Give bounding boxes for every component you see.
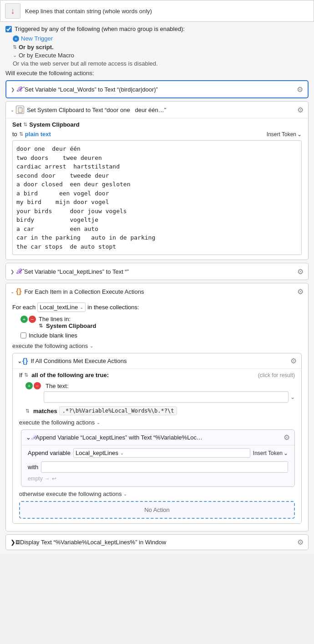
condition-item-1: + − The text: %Variable%Local_textLine% … bbox=[25, 382, 295, 403]
set-variable-1-header: ❯ 𝒳 Set Variable “Local_Words” to Text “… bbox=[6, 81, 308, 97]
updown-icon-6: ⇅ bbox=[25, 408, 30, 414]
to-left: to ⇅ plain text bbox=[12, 131, 51, 138]
gear-icon-3[interactable]: ⚙ bbox=[297, 267, 304, 276]
set-variable-2-header: ❯ 𝒳 Set Variable “Local_keptLines” to Te… bbox=[6, 263, 308, 280]
curly-brace-icon: {} bbox=[16, 287, 21, 296]
system-clipboard-label: System Clipboard bbox=[29, 121, 80, 128]
add-remove-btns: + − bbox=[20, 316, 36, 323]
condition-block: ⌄ {} If All Conditions Met Execute Actio… bbox=[12, 353, 302, 524]
otherwise-label: otherwise execute the following actions bbox=[19, 491, 122, 497]
gear-icon-5[interactable]: ⚙ bbox=[290, 357, 297, 365]
collapse-toggle-2[interactable]: ⌄ bbox=[10, 107, 14, 112]
trigger-script: ⇅ Or by script. bbox=[13, 44, 309, 51]
trigger-row: Triggered by any of the following (when … bbox=[5, 26, 309, 32]
display-text-block: ❯ 🖼 Display Text “%Variable%Local_keptLi… bbox=[5, 534, 309, 550]
add-item-btn[interactable]: + bbox=[20, 316, 28, 323]
dropdown-arrow-2[interactable]: ⌄ bbox=[290, 394, 295, 400]
append-variable-label: Append variable bbox=[28, 450, 71, 456]
collapse-toggle-1[interactable]: ❯ bbox=[11, 87, 15, 92]
execute-row-outer: execute the following actions ⌄ bbox=[12, 342, 302, 349]
collapse-toggle-6[interactable]: ⌄ bbox=[26, 434, 31, 441]
append-header: ⌄ 𝒳 Append Variable “Local_keptLines” wi… bbox=[21, 430, 294, 445]
text-value-input[interactable]: %Variable%Local_textLine% bbox=[44, 391, 289, 403]
append-insert-token-btn[interactable]: Insert Token ⌄ bbox=[253, 450, 288, 456]
set-clipboard-header[interactable]: ⌄ 📋 Set System Clipboard to Text “door o… bbox=[6, 102, 308, 118]
updown-icon: ⇅ bbox=[13, 44, 17, 50]
dropdown-arrow-1: ⌄ bbox=[80, 305, 83, 310]
include-blank-label: Include blank lines bbox=[29, 332, 77, 339]
with-input[interactable]: %Variable%Local_textLine% bbox=[41, 461, 288, 473]
if-row: If ⇅ all of the following are true: (cli… bbox=[19, 372, 295, 378]
no-action-label: No Action bbox=[144, 506, 170, 513]
remove-item-btn[interactable]: − bbox=[29, 316, 36, 323]
variable-name: Local_textLine bbox=[40, 304, 78, 311]
chevron-down-icon-2: ⌄ bbox=[297, 131, 302, 138]
for-each-body: For each Local_textLine ⌄ in these colle… bbox=[6, 300, 308, 531]
window-icon: 🖼 bbox=[15, 540, 20, 545]
if-left: If ⇅ all of the following are true: bbox=[19, 372, 109, 378]
condition-body: If ⇅ all of the following are true: (cli… bbox=[13, 368, 301, 523]
updown-icon-5: ⇅ bbox=[24, 372, 28, 378]
for-each-label: For each bbox=[12, 304, 35, 311]
set-label-row: Set ⇅ System Clipboard bbox=[12, 121, 302, 128]
append-title: Append Variable “Local_keptLines” with T… bbox=[35, 434, 284, 441]
with-row: with %Variable%Local_textLine% bbox=[28, 461, 288, 473]
new-trigger-label: New Trigger bbox=[21, 35, 53, 42]
include-blank-row: Include blank lines bbox=[20, 332, 302, 339]
dropdown-arrow-3: ⌄ bbox=[120, 450, 124, 455]
variable-icon-1: 𝒳 bbox=[16, 86, 22, 93]
execute-chevron-inner: ⌄ bbox=[96, 420, 100, 425]
condition-add-remove: + − bbox=[25, 382, 41, 389]
return-icon: ↩ bbox=[52, 475, 56, 482]
text-value-row: %Variable%Local_textLine% ⌄ bbox=[44, 391, 295, 403]
click-result[interactable]: (click for result) bbox=[258, 372, 295, 378]
lines-in-row: + − The lines in: ⇅ System Clipboard bbox=[20, 316, 302, 329]
condition-header: ⌄ {} If All Conditions Met Execute Actio… bbox=[13, 353, 301, 368]
variable-select[interactable]: Local_textLine ⌄ bbox=[37, 302, 86, 312]
will-execute-label: Will execute the following actions: bbox=[5, 70, 309, 77]
set-clipboard-title: Set System Clipboard to Text “door one d… bbox=[27, 107, 297, 113]
to-label: to bbox=[12, 131, 17, 138]
trigger-execute-macro: ⌄ Or by Execute Macro bbox=[13, 52, 309, 59]
append-body: Append variable Local_keptLines ⌄ Insert… bbox=[21, 445, 294, 486]
clipboard-icon: 📋 bbox=[16, 106, 24, 114]
new-trigger-btn[interactable]: + New Trigger bbox=[13, 35, 309, 42]
collapse-toggle-5[interactable]: ⌄ bbox=[17, 358, 22, 364]
condition-add-btn[interactable]: + bbox=[25, 382, 33, 389]
to-row: to ⇅ plain text Insert Token ⌄ bbox=[12, 131, 302, 138]
set-variable-2-title: Set Variable “Local_keptLines” to Text “… bbox=[24, 268, 297, 275]
set-variable-2-block: ❯ 𝒳 Set Variable “Local_keptLines” to Te… bbox=[5, 263, 309, 280]
otherwise-row: otherwise execute the following actions … bbox=[19, 491, 295, 497]
gear-icon-1[interactable]: ⚙ bbox=[297, 85, 303, 94]
append-var-select[interactable]: Local_keptLines ⌄ bbox=[73, 448, 250, 458]
gear-icon-7[interactable]: ⚙ bbox=[297, 538, 304, 547]
collapse-toggle-7[interactable]: ❯ bbox=[10, 539, 15, 546]
otherwise-chevron: ⌄ bbox=[123, 491, 127, 496]
matches-row: ⇅ matches .*?\b%Variable%Local_Words%\b.… bbox=[25, 406, 295, 415]
gear-icon-2[interactable]: ⚙ bbox=[297, 106, 304, 114]
macro-title: Keep lines that contain string (whole wo… bbox=[25, 8, 152, 15]
empty-row: empty → ↩ bbox=[28, 475, 288, 482]
collapse-toggle-3[interactable]: ❯ bbox=[10, 269, 14, 274]
empty-label: empty bbox=[28, 475, 43, 482]
collapse-toggle-4[interactable]: ⌄ bbox=[10, 289, 14, 294]
display-text-title: Display Text “%Variable%Local_keptLines%… bbox=[20, 539, 297, 546]
top-bar: ↓ Keep lines that contain string (whole … bbox=[0, 0, 314, 22]
chevron-down-icon-3: ⌄ bbox=[284, 450, 288, 456]
for-each-block: ⌄ {} For Each Item in a Collection Execu… bbox=[5, 283, 309, 532]
plain-text-link[interactable]: plain text bbox=[25, 131, 51, 138]
set-clipboard-body: Set ⇅ System Clipboard to ⇅ plain text I… bbox=[6, 118, 308, 260]
condition-remove-btn[interactable]: − bbox=[34, 382, 41, 389]
gear-icon-6[interactable]: ⚙ bbox=[284, 433, 290, 442]
updown-icon-3: ⇅ bbox=[19, 131, 23, 137]
append-block: ⌄ 𝒳 Append Variable “Local_keptLines” wi… bbox=[21, 429, 295, 487]
variable-icon-3: 𝒳 bbox=[31, 434, 35, 441]
include-blank-checkbox[interactable] bbox=[20, 332, 26, 338]
the-text-label: The text: bbox=[46, 383, 69, 389]
lines-in-content: The lines in: ⇅ System Clipboard bbox=[39, 316, 96, 329]
trigger-checkbox[interactable] bbox=[5, 26, 12, 32]
gear-icon-4[interactable]: ⚙ bbox=[297, 287, 304, 296]
all-following-label: all of the following are true: bbox=[31, 372, 109, 378]
insert-token-btn[interactable]: Insert Token ⌄ bbox=[267, 131, 302, 138]
clipboard-text-content[interactable]: door one deur één two doors twee deuren … bbox=[12, 140, 302, 255]
